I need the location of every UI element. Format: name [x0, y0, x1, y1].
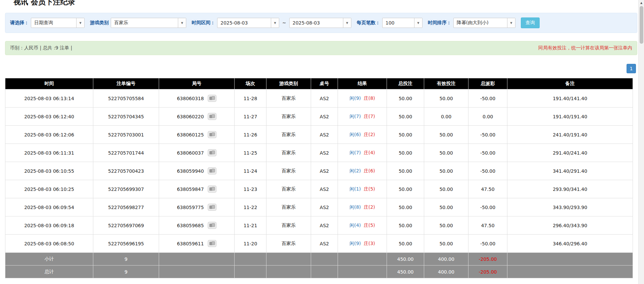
grand-total-row: 总计 9 450.00 400.00 -205.00 — [5, 266, 633, 278]
cell-time: 2025-08-03 06:08:50 — [5, 235, 93, 253]
summary-bar: 币别：人民币 | 总共 :9 注单 | 同局有效投注，统一计算在该局第一张注单内 — [5, 41, 637, 55]
vertical-scrollbar[interactable]: ▲ — [638, 0, 644, 284]
cell-game-type: 百家乐 — [266, 162, 311, 180]
footer-empty-cell — [235, 253, 266, 266]
subtotal-payout: -205.00 — [468, 253, 507, 266]
cell-session: 11-25 — [235, 144, 266, 162]
subtotal-total-bet: 450.00 — [387, 253, 424, 266]
cell-total-bet[interactable]: 50.00 — [387, 235, 424, 253]
cell-valid-bet: 50.00 — [424, 144, 468, 162]
cell-payout: -50.00 — [468, 235, 507, 253]
replay-icon[interactable] — [208, 149, 216, 156]
result-player: 闲(4) — [349, 222, 361, 228]
date-range-label: 时间区间： — [192, 20, 215, 26]
table-row: 2025-08-03 06:11:31 522705701744 6380600… — [5, 144, 633, 162]
page-button-1[interactable]: 1 — [627, 64, 636, 73]
result-player: 闲(2) — [349, 168, 361, 173]
game-type-dropdown[interactable]: 百家乐 ▼ — [111, 18, 186, 28]
select-type-label: 请选择： — [10, 20, 29, 26]
cell-bet-id: 522705696195 — [93, 235, 159, 253]
replay-icon[interactable] — [208, 113, 216, 120]
table-row: 2025-08-03 06:12:40 522705704345 6380602… — [5, 108, 633, 126]
round-number: 638060125 — [177, 132, 204, 137]
col-header-note: 备注 — [507, 78, 633, 89]
cell-bet-id: 522705703001 — [93, 126, 159, 144]
cell-session: 11-27 — [235, 108, 266, 126]
cell-bet-id: 522705704345 — [93, 108, 159, 126]
cell-total-bet[interactable]: 50.00 — [387, 216, 424, 235]
chevron-down-icon[interactable]: ▼ — [507, 18, 515, 28]
cell-round: 638059685 — [159, 216, 235, 235]
cell-total-bet[interactable]: 50.00 — [387, 144, 424, 162]
cell-round: 638060220 — [159, 108, 235, 126]
cell-table-no: AS2 — [311, 198, 338, 216]
replay-icon[interactable] — [208, 167, 216, 174]
table-row: 2025-08-03 06:10:55 522705700423 6380599… — [5, 162, 633, 180]
cell-game-type: 百家乐 — [266, 198, 311, 216]
cell-note: 191.40/141.40 — [507, 89, 633, 108]
cell-note: 293.90/341.40 — [507, 180, 633, 198]
cell-total-bet[interactable]: 50.00 — [387, 108, 424, 126]
cell-bet-id: 522705697069 — [93, 216, 159, 235]
cell-result: 闲(2) 庄(6) — [338, 162, 387, 180]
cell-bet-id: 522705700423 — [93, 162, 159, 180]
cell-total-bet[interactable]: 50.00 — [387, 126, 424, 144]
date-to-dropdown[interactable]: 2025-08-03 ▼ — [289, 18, 351, 28]
col-header-session: 场次 — [235, 78, 266, 89]
cell-total-bet[interactable]: 50.00 — [387, 162, 424, 180]
cell-valid-bet: 50.00 — [424, 180, 468, 198]
cell-game-type: 百家乐 — [266, 126, 311, 144]
chevron-down-icon[interactable]: ▼ — [271, 18, 279, 28]
date-from-dropdown[interactable]: 2025-08-03 ▼ — [217, 18, 279, 28]
scrollbar-up-arrow-icon[interactable]: ▲ — [639, 0, 644, 6]
query-type-dropdown[interactable]: 日期查询 ▼ — [31, 18, 85, 28]
cell-payout: 0.00 — [468, 108, 507, 126]
cell-total-bet[interactable]: 50.00 — [387, 198, 424, 216]
cell-payout: -50.00 — [468, 144, 507, 162]
chevron-down-icon[interactable]: ▼ — [343, 18, 351, 28]
replay-icon[interactable] — [208, 240, 216, 247]
table-row: 2025-08-03 06:09:18 522705697069 6380596… — [5, 216, 633, 235]
chevron-down-icon[interactable]: ▼ — [414, 18, 422, 28]
cell-total-bet[interactable]: 50.00 — [387, 89, 424, 108]
result-banker: 庄(3) — [364, 241, 375, 246]
cell-note: 296.40/343.90 — [507, 216, 633, 235]
cell-session: 11-20 — [235, 235, 266, 253]
cell-game-type: 百家乐 — [266, 89, 311, 108]
page-size-dropdown[interactable]: 100 ▼ — [382, 18, 423, 28]
cell-time: 2025-08-03 06:10:25 — [5, 180, 93, 198]
chevron-down-icon[interactable]: ▼ — [76, 18, 84, 28]
cell-session: 11-22 — [235, 198, 266, 216]
cell-valid-bet: 0.00 — [424, 108, 468, 126]
date-from-value: 2025-08-03 — [217, 18, 271, 28]
table-row: 2025-08-03 06:12:06 522705703001 6380601… — [5, 126, 633, 144]
cell-session: 11-24 — [235, 162, 266, 180]
cell-payout: -50.00 — [468, 89, 507, 108]
footer-empty-cell — [235, 266, 266, 278]
col-header-result: 结果 — [338, 78, 387, 89]
replay-icon[interactable] — [208, 131, 216, 138]
replay-icon[interactable] — [208, 222, 216, 229]
cell-note: 291.40/241.40 — [507, 144, 633, 162]
time-sort-value: 降幂(由大到小) — [454, 18, 507, 28]
chevron-down-icon[interactable]: ▼ — [178, 18, 186, 28]
scrollbar-thumb[interactable] — [640, 6, 643, 44]
replay-icon[interactable] — [208, 204, 216, 211]
cell-bet-id: 522705701744 — [93, 144, 159, 162]
query-button[interactable]: 查询 — [521, 17, 540, 28]
cell-payout: -50.00 — [468, 198, 507, 216]
result-banker: 庄(8) — [364, 95, 375, 101]
cell-session: 11-21 — [235, 216, 266, 235]
replay-icon[interactable] — [208, 186, 216, 193]
time-sort-dropdown[interactable]: 降幂(由大到小) ▼ — [453, 18, 515, 28]
cell-valid-bet: 50.00 — [424, 162, 468, 180]
cell-table-no: AS2 — [311, 144, 338, 162]
cell-valid-bet: 50.00 — [424, 89, 468, 108]
round-number: 638059611 — [177, 241, 204, 246]
col-header-total-bet: 总投注 — [387, 78, 424, 89]
cell-total-bet[interactable]: 50.00 — [387, 180, 424, 198]
cell-time: 2025-08-03 06:12:40 — [5, 108, 93, 126]
cell-game-type: 百家乐 — [266, 180, 311, 198]
cell-note: 346.40/296.40 — [507, 235, 633, 253]
replay-icon[interactable] — [208, 95, 216, 102]
